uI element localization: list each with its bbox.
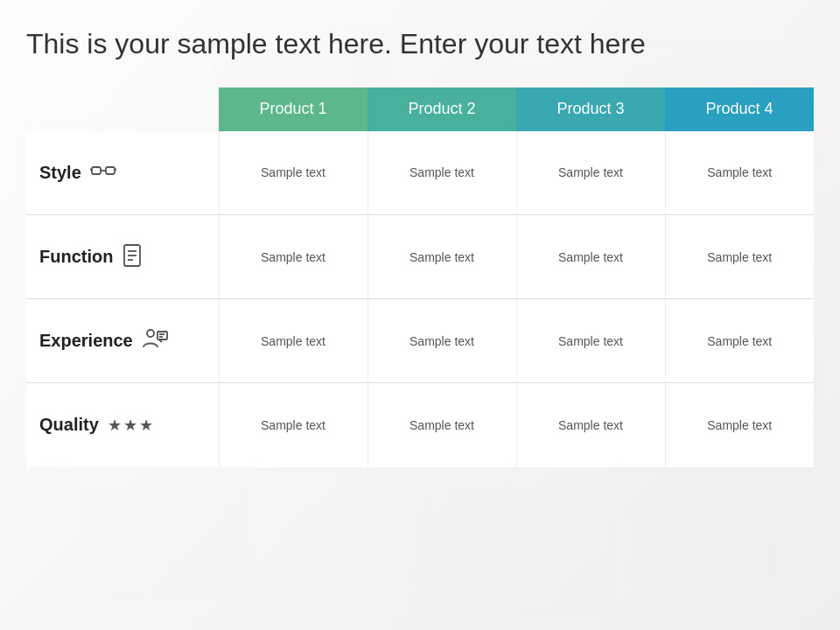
row-label: Experience (39, 331, 133, 351)
header-product2: Product 2 (368, 88, 516, 131)
row-label-container: Style (39, 160, 210, 185)
cell-function-2: Sample text (368, 215, 516, 299)
table-row-style: Style Sample tex (26, 131, 814, 215)
row-header-function: Function (26, 215, 219, 299)
table-header-row: Product 1 Product 2 Product 3 Product 4 (26, 88, 814, 131)
cell-experience-1: Sample text (219, 299, 368, 383)
row-label-container: Quality ★★★ (39, 415, 210, 435)
row-label: Function (39, 247, 113, 267)
row-header-quality: Quality ★★★ (26, 383, 219, 467)
svg-rect-0 (92, 167, 101, 174)
cell-quality-4: Sample text (665, 383, 814, 467)
row-label-container: Function (39, 243, 210, 271)
svg-point-9 (147, 330, 154, 337)
page-title: This is your sample text here. Enter you… (26, 26, 814, 63)
style-icon (90, 160, 116, 185)
cell-quality-3: Sample text (516, 383, 665, 467)
header-product4: Product 4 (665, 88, 814, 131)
row-label: Style (39, 163, 81, 183)
header-product3: Product 3 (516, 88, 665, 131)
table-row-quality: Quality ★★★ Sample text Sample text Samp… (26, 383, 814, 467)
cell-quality-2: Sample text (368, 383, 516, 467)
cell-function-4: Sample text (665, 215, 814, 299)
function-icon (122, 243, 143, 271)
cell-experience-2: Sample text (368, 299, 516, 383)
table-row-function: Function Sample text Sample text (26, 215, 814, 299)
svg-rect-10 (158, 332, 167, 340)
row-label-container: Experience (39, 328, 210, 354)
cell-style-4: Sample text (665, 131, 814, 215)
cell-quality-1: Sample text (219, 383, 368, 467)
quality-icon: ★★★ (108, 416, 155, 435)
cell-function-1: Sample text (219, 215, 368, 299)
cell-experience-4: Sample text (665, 299, 814, 383)
row-header-style: Style (26, 131, 219, 215)
cell-style-3: Sample text (516, 131, 665, 215)
row-header-experience: Experience (26, 299, 219, 383)
header-spacer (26, 88, 219, 131)
comparison-table: Product 1 Product 2 Product 3 Product 4 … (26, 88, 814, 467)
cell-style-2: Sample text (368, 131, 516, 215)
cell-function-3: Sample text (516, 215, 665, 299)
table-row-experience: Experience (26, 299, 814, 383)
cell-experience-3: Sample text (516, 299, 665, 383)
experience-icon (142, 328, 168, 354)
row-label: Quality (39, 415, 99, 435)
cell-style-1: Sample text (219, 131, 368, 215)
svg-rect-1 (106, 167, 115, 174)
header-product1: Product 1 (219, 88, 368, 131)
